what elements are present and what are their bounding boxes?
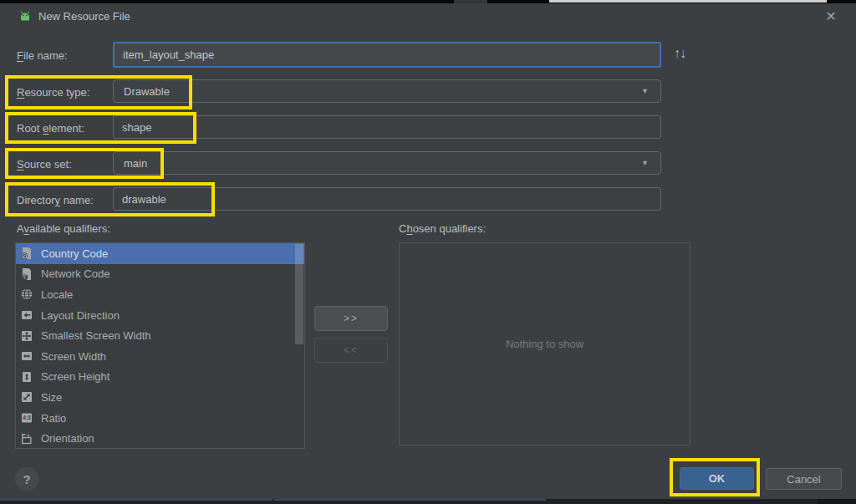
svg-text:4:3: 4:3	[23, 415, 31, 420]
help-button[interactable]: ?	[15, 467, 38, 491]
cancel-button[interactable]: Cancel	[766, 468, 842, 490]
qualifier-row-layout-direction[interactable]: Layout Direction	[16, 305, 304, 326]
qualifier-row-locale[interactable]: Locale	[16, 284, 304, 305]
resource-type-value: Drawable	[124, 85, 641, 98]
qualifier-label: Orientation	[41, 432, 94, 445]
background-window-strip	[549, 0, 827, 3]
new-resource-file-dialog: New Resource File ✕ File name: ↑↓ Resour…	[0, 0, 856, 504]
chosen-qualifiers-label: Chosen qualifiers:	[399, 222, 486, 235]
qualifier-row-size[interactable]: Size	[16, 387, 304, 408]
root-element-label: Root element:	[17, 121, 84, 136]
qualifier-label: Locale	[41, 288, 73, 301]
resource-type-combobox[interactable]: Drawable ▼	[113, 79, 661, 103]
add-qualifier-button[interactable]: >>	[314, 306, 388, 331]
qualifier-label: Smallest Screen Width	[41, 329, 151, 342]
available-qualifiers-list: Country CodeNetwork CodeLocaleLayout Dir…	[15, 242, 305, 449]
directory-name-label: Directory name:	[17, 193, 94, 208]
close-icon[interactable]: ✕	[821, 7, 841, 27]
chevron-down-icon[interactable]: ▼	[641, 159, 649, 167]
size-icon	[20, 390, 33, 404]
source-set-label: Source set:	[17, 157, 72, 172]
top-edge-segment	[454, 0, 487, 3]
empty-state-text: Nothing to show	[506, 338, 583, 350]
screen-width-icon	[20, 349, 33, 363]
resource-type-label: Resource type:	[17, 85, 89, 100]
qualifier-label: Country Code	[41, 247, 108, 260]
qualifier-label: Size	[41, 391, 62, 404]
locale-icon	[20, 288, 33, 301]
chevron-down-icon[interactable]: ▼	[641, 87, 649, 95]
qualifier-row-orientation[interactable]: Orientation	[16, 428, 304, 449]
qualifier-row-ratio[interactable]: 4:3Ratio	[16, 408, 304, 429]
orientation-icon	[20, 432, 33, 445]
smallest-screen-width-icon	[20, 329, 33, 343]
source-set-value: main	[124, 157, 641, 170]
window-title: New Resource File	[38, 10, 130, 23]
qualifier-row-screen-width[interactable]: Screen Width	[16, 346, 304, 367]
qualifier-row-country-code[interactable]: Country Code	[16, 243, 304, 264]
taskbar-segment	[818, 499, 856, 504]
file-name-label: File name:	[17, 48, 68, 64]
qualifier-row-network-code[interactable]: Network Code	[16, 264, 304, 285]
qualifier-row-smallest-screen-width[interactable]: Smallest Screen Width	[16, 325, 304, 346]
qualifier-row-screen-height[interactable]: Screen Height	[16, 367, 304, 388]
qualifier-label: Screen Width	[41, 350, 106, 363]
qualifier-label: Ratio	[41, 412, 66, 425]
root-element-input[interactable]	[113, 115, 661, 139]
bottom-screen-edge	[0, 499, 856, 504]
qualifier-label: Network Code	[41, 267, 110, 280]
sort-order-icon[interactable]: ↑↓	[674, 46, 685, 61]
qualifier-label: Layout Direction	[41, 309, 120, 322]
scrollbar-thumb[interactable]	[295, 244, 303, 344]
android-icon	[18, 9, 32, 23]
network-code-icon	[20, 267, 33, 281]
taskbar-highlight	[274, 499, 546, 501]
available-qualifiers-label: Available qualifiers:	[17, 222, 110, 235]
qualifier-label: Screen Height	[41, 370, 110, 383]
chosen-qualifiers-panel: Nothing to show	[399, 242, 690, 445]
remove-qualifier-button[interactable]: <<	[314, 338, 388, 363]
ok-button[interactable]: OK	[680, 467, 754, 490]
directory-name-input[interactable]	[113, 187, 661, 211]
top-screen-edge	[0, 0, 856, 3]
taskbar-highlight	[0, 499, 273, 501]
source-set-combobox[interactable]: main ▼	[113, 151, 661, 175]
ratio-icon: 4:3	[20, 411, 33, 425]
file-name-input[interactable]	[113, 42, 661, 68]
layout-direction-icon	[20, 308, 33, 322]
country-code-icon	[20, 247, 33, 260]
screen-height-icon	[20, 370, 33, 384]
